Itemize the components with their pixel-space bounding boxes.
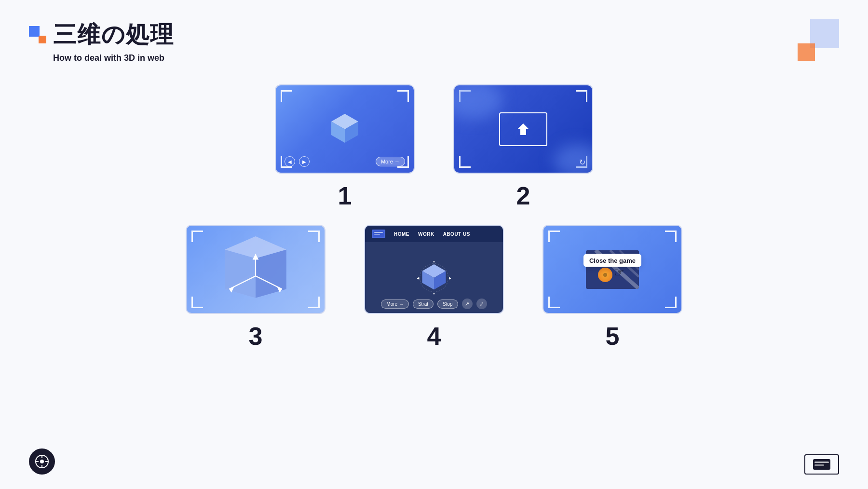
close-game-tooltip: Close the game <box>583 254 641 267</box>
card-wrapper-3: 3 <box>186 225 326 351</box>
upload-box <box>499 112 547 146</box>
cards-grid: ◀ ▶ More → 1 <box>0 84 868 355</box>
bracket-tr-2 <box>576 90 587 102</box>
bracket-bl-2 <box>459 156 471 168</box>
cube-4-svg: ▲ ▼ ◀ ▶ <box>417 261 451 295</box>
card-wrapper-5: Close the game ☞ 5 <box>542 225 682 351</box>
bottom-logo <box>29 448 55 475</box>
svg-rect-37 <box>814 464 824 466</box>
expand-icon[interactable]: ⤢ <box>476 299 487 309</box>
cards-row-1: ◀ ▶ More → 1 <box>275 84 593 210</box>
nav-about[interactable]: ABOUT US <box>443 231 470 237</box>
card-5[interactable]: Close the game ☞ <box>542 225 682 314</box>
card-2[interactable]: ↻ <box>453 84 593 174</box>
brand-box <box>804 454 839 475</box>
card-4[interactable]: HOME WORK ABOUT US ▲ <box>364 225 504 314</box>
card-1-controls: ◀ ▶ More → <box>276 156 414 167</box>
logo-blue-square <box>29 26 40 37</box>
svg-text:◀: ◀ <box>417 276 420 279</box>
fluid-blob-2 <box>554 144 593 174</box>
logo-orange-square <box>39 36 46 43</box>
svg-point-30 <box>40 460 44 463</box>
card-5-inner: Close the game ☞ <box>543 226 681 313</box>
card-wrapper-2: ↻ 2 <box>453 84 593 210</box>
cursor-hand-icon: ☞ <box>614 266 624 279</box>
prev-arrow[interactable]: ◀ <box>285 156 295 167</box>
nav-home[interactable]: HOME <box>394 231 409 237</box>
bottom-logo-svg <box>35 454 49 469</box>
cube-svg-1 <box>326 110 364 149</box>
svg-marker-3 <box>517 123 529 135</box>
svg-rect-16 <box>374 234 380 235</box>
svg-rect-15 <box>374 232 383 233</box>
stop-btn[interactable]: Stop <box>437 299 458 309</box>
cards-row-2: 3 HOME WORK <box>186 225 682 351</box>
bracket-tl-5 <box>548 231 560 242</box>
room-svg <box>207 232 304 307</box>
card-1-inner: ◀ ▶ More → <box>276 85 414 173</box>
next-arrow[interactable]: ▶ <box>299 156 310 167</box>
card-4-inner: HOME WORK ABOUT US ▲ <box>365 226 503 313</box>
bottom-logo-circle <box>29 448 55 475</box>
card-4-controls: More → Strat Stop ↗ ⤢ <box>365 299 503 309</box>
bracket-tr-5 <box>665 231 677 242</box>
bracket-tr-3 <box>308 231 320 242</box>
card-1[interactable]: ◀ ▶ More → <box>275 84 415 174</box>
card-number-1: 1 <box>338 181 352 210</box>
bracket-tl-1 <box>281 90 292 102</box>
refresh-icon: ↻ <box>579 158 585 167</box>
card-4-nav: HOME WORK ABOUT US <box>365 226 503 242</box>
bracket-br-5 <box>665 297 677 308</box>
svg-text:▼: ▼ <box>433 292 436 295</box>
card-number-4: 4 <box>427 322 441 351</box>
card-number-3: 3 <box>249 322 263 351</box>
share-icon[interactable]: ↗ <box>462 299 473 309</box>
nav-logo-svg <box>373 231 384 237</box>
page-subtitle: How to deal with 3D in web <box>53 53 174 63</box>
bracket-bl-5 <box>548 297 560 308</box>
game-disc-inner <box>603 273 607 277</box>
svg-text:▲: ▲ <box>433 261 436 263</box>
ctrl-arrows-1: ◀ ▶ <box>285 156 310 167</box>
nav-logo <box>372 230 385 238</box>
bottom-brand <box>804 454 839 475</box>
header-logo-icon <box>29 26 46 43</box>
deco-orange-rect <box>798 43 815 61</box>
fluid-blob-1 <box>453 84 502 119</box>
monitor-container: Close the game ☞ <box>586 250 639 289</box>
card-4-body: ▲ ▼ ◀ ▶ More → Strat Stop ↗ ⤢ <box>365 242 503 313</box>
page-title: 三维の処理 <box>53 19 174 50</box>
svg-rect-36 <box>814 462 829 463</box>
more-btn-4[interactable]: More → <box>381 299 409 309</box>
card-3-inner <box>187 226 325 313</box>
card-number-2: 2 <box>516 181 530 210</box>
bracket-br-3 <box>308 297 320 308</box>
game-disc <box>598 268 612 282</box>
bracket-bl-3 <box>191 297 203 308</box>
brand-logo-svg <box>813 459 830 470</box>
strat-btn[interactable]: Strat <box>413 299 434 309</box>
nav-work[interactable]: WORK <box>418 231 434 237</box>
more-button-1[interactable]: More → <box>376 157 405 166</box>
card-2-inner: ↻ <box>454 85 592 173</box>
bracket-tr-1 <box>397 90 409 102</box>
svg-text:▶: ▶ <box>449 276 451 279</box>
card-wrapper-4: HOME WORK ABOUT US ▲ <box>364 225 504 351</box>
card-3[interactable] <box>186 225 326 314</box>
card-number-5: 5 <box>606 322 620 351</box>
card-wrapper-1: ◀ ▶ More → 1 <box>275 84 415 210</box>
upload-arrow-svg <box>515 122 531 137</box>
header-title-row: 三维の処理 <box>29 19 174 50</box>
bracket-tl-3 <box>191 231 203 242</box>
header: 三维の処理 How to deal with 3D in web <box>29 19 174 63</box>
